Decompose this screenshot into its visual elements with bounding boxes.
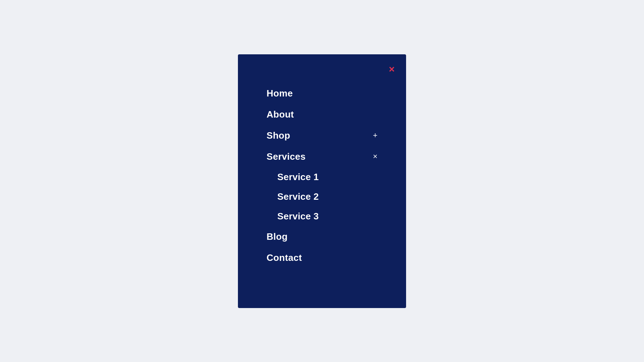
- shop-expand-icon: +: [373, 132, 377, 139]
- nav-item-service2[interactable]: Service 2: [267, 187, 377, 207]
- submenu-label-service1: Service 1: [277, 172, 319, 182]
- close-button[interactable]: ×: [389, 64, 395, 74]
- nav-label-about: About: [267, 109, 294, 120]
- nav-item-contact[interactable]: Contact: [267, 247, 377, 268]
- nav-label-blog: Blog: [267, 231, 288, 242]
- nav-item-shop[interactable]: Shop +: [267, 125, 377, 146]
- nav-label-shop: Shop: [267, 130, 290, 141]
- submenu-label-service2: Service 2: [277, 191, 319, 202]
- nav-label-home: Home: [267, 88, 293, 99]
- nav-label-contact: Contact: [267, 252, 302, 263]
- nav-label-services: Services: [267, 151, 306, 162]
- services-collapse-icon: ×: [373, 153, 377, 160]
- nav-item-service3[interactable]: Service 3: [267, 207, 377, 226]
- nav-item-services[interactable]: Services ×: [267, 146, 377, 167]
- nav-item-service1[interactable]: Service 1: [267, 167, 377, 187]
- nav-list: Home About Shop + Services × Service 1 S…: [267, 83, 377, 268]
- nav-item-home[interactable]: Home: [267, 83, 377, 104]
- nav-item-about[interactable]: About: [267, 104, 377, 125]
- menu-overlay: × Home About Shop + Services × Service 1…: [238, 54, 406, 308]
- services-submenu: Service 1 Service 2 Service 3: [267, 167, 377, 226]
- nav-item-blog[interactable]: Blog: [267, 226, 377, 247]
- submenu-label-service3: Service 3: [277, 211, 319, 222]
